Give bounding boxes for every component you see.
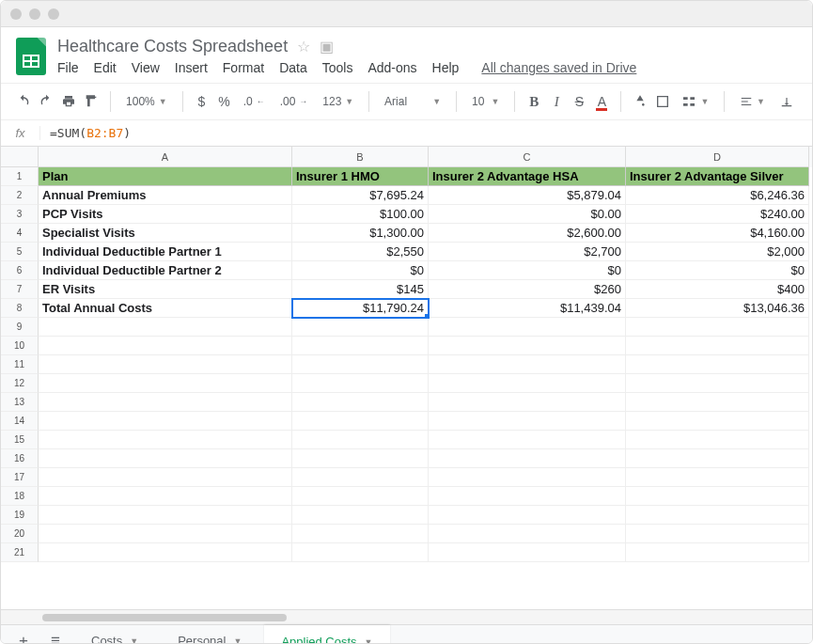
window-minimize-icon[interactable]: [29, 8, 40, 20]
row-header[interactable]: 18: [1, 487, 39, 506]
row-header[interactable]: 17: [1, 468, 39, 487]
print-button[interactable]: [59, 89, 78, 114]
cell[interactable]: [292, 431, 429, 449]
column-header-a[interactable]: A: [39, 147, 292, 167]
cell[interactable]: [292, 487, 429, 506]
decrease-decimal-button[interactable]: .0←: [238, 89, 271, 114]
cell[interactable]: [39, 468, 292, 487]
vertical-align-button[interactable]: [774, 89, 799, 114]
cell[interactable]: $145: [292, 280, 429, 299]
cell[interactable]: Insurer 2 Advantage HSA: [429, 167, 626, 186]
cell[interactable]: [626, 506, 809, 525]
font-dropdown[interactable]: Arial▼: [379, 89, 446, 114]
percent-button[interactable]: %: [215, 89, 234, 114]
row-header[interactable]: 3: [1, 205, 39, 224]
cell[interactable]: ER Visits: [39, 280, 292, 299]
row-header[interactable]: 12: [1, 374, 39, 393]
row-header[interactable]: 13: [1, 393, 39, 412]
tab-costs[interactable]: Costs▼: [74, 625, 155, 645]
cell[interactable]: $11,439.04: [429, 299, 626, 318]
cell[interactable]: $240.00: [626, 205, 809, 224]
cell[interactable]: [429, 318, 626, 337]
row-header[interactable]: 9: [1, 318, 39, 337]
cell[interactable]: [292, 337, 429, 355]
menu-file[interactable]: File: [57, 60, 79, 75]
column-header-b[interactable]: B: [292, 147, 429, 167]
cell[interactable]: [292, 374, 429, 393]
cell[interactable]: [429, 487, 626, 506]
cell[interactable]: Annual Premiums: [39, 186, 292, 205]
cell[interactable]: [626, 374, 809, 393]
row-header[interactable]: 6: [1, 261, 39, 280]
strikethrough-button[interactable]: S: [570, 89, 588, 114]
menu-view[interactable]: View: [132, 60, 160, 75]
horizontal-align-button[interactable]: ▼: [734, 89, 771, 114]
scroll-thumb[interactable]: [42, 614, 287, 621]
cell[interactable]: [39, 431, 292, 449]
cell[interactable]: $13,046.36: [626, 299, 809, 318]
cell[interactable]: Insurer 1 HMO: [292, 167, 429, 186]
cell[interactable]: $0.00: [429, 205, 626, 224]
menu-format[interactable]: Format: [223, 60, 264, 75]
cell[interactable]: $100.00: [292, 205, 429, 224]
cell[interactable]: [292, 468, 429, 487]
cell[interactable]: Individual Deductible Partner 1: [39, 243, 292, 261]
cell[interactable]: [626, 431, 809, 449]
cell[interactable]: [292, 506, 429, 525]
cell-grid[interactable]: PlanInsurer 1 HMOInsurer 2 Advantage HSA…: [39, 167, 812, 609]
italic-button[interactable]: I: [547, 89, 566, 114]
cell[interactable]: [626, 393, 809, 412]
all-sheets-button[interactable]: ≡: [42, 628, 69, 645]
cell[interactable]: $0: [292, 261, 429, 280]
cell[interactable]: $2,700: [429, 243, 626, 261]
horizontal-scrollbar[interactable]: [1, 609, 812, 624]
cell[interactable]: [292, 318, 429, 337]
cell[interactable]: [429, 393, 626, 412]
cell[interactable]: [39, 374, 292, 393]
cell[interactable]: $260: [429, 280, 626, 299]
window-zoom-icon[interactable]: [48, 8, 59, 20]
column-header-d[interactable]: D: [626, 147, 809, 167]
cell[interactable]: $4,160.00: [626, 224, 809, 243]
cell[interactable]: [626, 525, 809, 543]
increase-decimal-button[interactable]: .00→: [274, 89, 314, 114]
cell[interactable]: [39, 337, 292, 355]
row-header[interactable]: 16: [1, 449, 39, 468]
cell[interactable]: [39, 412, 292, 431]
cell[interactable]: [626, 318, 809, 337]
fill-color-button[interactable]: [631, 89, 649, 114]
row-header[interactable]: 2: [1, 186, 39, 205]
select-all-corner[interactable]: [1, 147, 39, 167]
cell[interactable]: [626, 355, 809, 374]
cell[interactable]: PCP Visits: [39, 205, 292, 224]
cell[interactable]: $0: [626, 261, 809, 280]
merge-cells-button[interactable]: ▼: [676, 89, 714, 114]
cell[interactable]: [429, 355, 626, 374]
row-header[interactable]: 8: [1, 299, 39, 318]
cell[interactable]: [39, 393, 292, 412]
column-header-c[interactable]: C: [429, 147, 626, 167]
cell[interactable]: Specialist Visits: [39, 224, 292, 243]
borders-button[interactable]: [653, 89, 672, 114]
window-close-icon[interactable]: [10, 8, 22, 20]
cell[interactable]: Total Annual Costs: [39, 299, 292, 318]
cell[interactable]: [429, 506, 626, 525]
row-header[interactable]: 11: [1, 355, 39, 374]
cell[interactable]: Insurer 2 Advantage Silver: [626, 167, 809, 186]
font-size-dropdown[interactable]: 10▼: [466, 89, 505, 114]
menu-help[interactable]: Help: [432, 60, 460, 75]
cell[interactable]: [626, 543, 809, 562]
cell[interactable]: [39, 449, 292, 468]
star-icon[interactable]: ☆: [297, 38, 310, 55]
cell[interactable]: $6,246.36: [626, 186, 809, 205]
cell[interactable]: $2,550: [292, 243, 429, 261]
row-header[interactable]: 19: [1, 506, 39, 525]
cell[interactable]: [292, 543, 429, 562]
cell[interactable]: [626, 449, 809, 468]
document-title[interactable]: Healthcare Costs Spreadsheet: [57, 37, 288, 56]
cell[interactable]: [292, 449, 429, 468]
cell[interactable]: $5,879.04: [429, 186, 626, 205]
cell[interactable]: [429, 431, 626, 449]
cell[interactable]: [626, 487, 809, 506]
cell[interactable]: [429, 543, 626, 562]
